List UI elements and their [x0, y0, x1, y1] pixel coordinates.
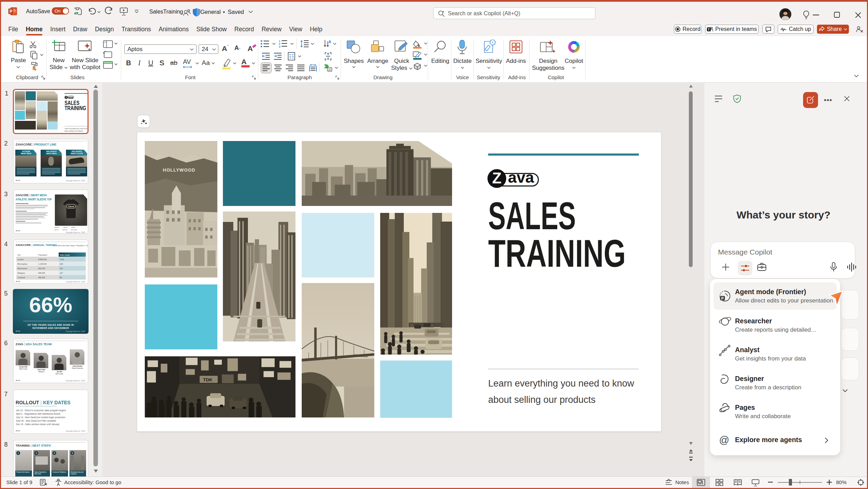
svg-text:HOLLYWOOD: HOLLYWOOD — [163, 167, 195, 173]
svg-text:T: T — [708, 27, 710, 31]
svg-text:Zava: Zava — [68, 205, 74, 208]
svg-text:TDK: TDK — [203, 377, 212, 382]
svg-text:P: P — [721, 297, 724, 300]
svg-text:A: A — [328, 40, 331, 44]
svg-text:3: 3 — [279, 45, 281, 48]
svg-text:P: P — [10, 9, 12, 14]
